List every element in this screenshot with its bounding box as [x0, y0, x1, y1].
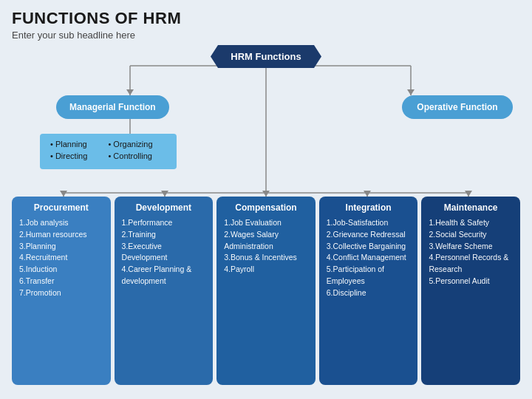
list-item: 3.Executive Development: [122, 241, 206, 265]
sub-title: Enter your sub headline here: [12, 30, 520, 41]
list-item: 6.Discipline: [327, 287, 411, 299]
card-compensation-title: Compensation: [224, 202, 308, 213]
list-item: 4.Career Planning & development: [122, 264, 206, 287]
operative-function-box: Operative Function: [402, 95, 513, 119]
card-development-title: Development: [122, 202, 206, 213]
card-compensation: Compensation1.Job Evaluation2.Wages Sala…: [216, 197, 316, 385]
main-title: FUNCTIONS OF HRM: [12, 9, 520, 28]
svg-marker-19: [465, 191, 472, 197]
svg-marker-18: [364, 191, 371, 197]
list-item: 2.Training: [122, 229, 206, 241]
list-item: 1.Job Evaluation: [224, 217, 308, 229]
svg-marker-16: [161, 191, 168, 197]
list-item: 1.Job analysis: [19, 217, 103, 229]
list-item: 2.Wages Salary Administration: [224, 229, 308, 253]
list-item: 2.Human resources: [19, 229, 103, 241]
list-item: 4.Recruitment: [19, 252, 103, 264]
managerial-function-box: Managerial Function: [56, 95, 169, 119]
list-item: 3.Welfare Scheme: [429, 241, 513, 253]
organizing-label: Organizing: [108, 140, 163, 149]
list-item: 1.Performance: [122, 217, 206, 229]
card-procurement: Procurement1.Job analysis2.Human resourc…: [12, 197, 111, 385]
list-item: 4.Personnel Records & Research: [429, 252, 513, 276]
list-item: 2.Grievance Redressal: [327, 229, 411, 241]
list-item: 1.Health & Safety: [429, 217, 513, 229]
card-maintenance: Maintenance1.Health & Safety2.Social Sec…: [421, 197, 520, 385]
list-item: 3.Planning: [19, 241, 103, 253]
svg-marker-17: [262, 191, 270, 197]
list-item: 2.Social Security: [429, 229, 513, 241]
list-item: 1.Job-Satisfaction: [327, 217, 411, 229]
list-item: 5.Personnel Audit: [429, 276, 513, 287]
card-integration-title: Integration: [327, 202, 411, 213]
card-maintenance-title: Maintenance: [429, 202, 513, 213]
directing-label: Directing: [50, 151, 106, 160]
card-procurement-title: Procurement: [19, 202, 103, 213]
card-development: Development1.Performance2.Training3.Exec…: [115, 197, 214, 385]
hrm-functions-box: HRM Functions: [211, 45, 321, 68]
svg-marker-13: [126, 89, 134, 95]
controlling-label: Controlling: [108, 151, 163, 160]
list-item: 4.Conflict Management: [327, 252, 411, 264]
list-item: 4.Payroll: [224, 264, 308, 276]
list-item: 3.Bonus & Incentives: [224, 252, 308, 264]
list-item: 7.Promotion: [19, 287, 103, 299]
list-item: 6.Transfer: [19, 276, 103, 287]
list-item: 5.Induction: [19, 264, 103, 276]
card-integration: Integration1.Job-Satisfaction2.Grievance…: [319, 197, 418, 385]
sub-functions-box: Planning Directing Organizing Controllin…: [40, 134, 177, 169]
svg-marker-14: [407, 89, 415, 95]
list-item: 3.Collective Bargaining: [327, 241, 411, 253]
planning-label: Planning: [50, 140, 106, 149]
svg-marker-15: [60, 191, 67, 197]
list-item: 5.Participation of Employees: [327, 264, 411, 287]
